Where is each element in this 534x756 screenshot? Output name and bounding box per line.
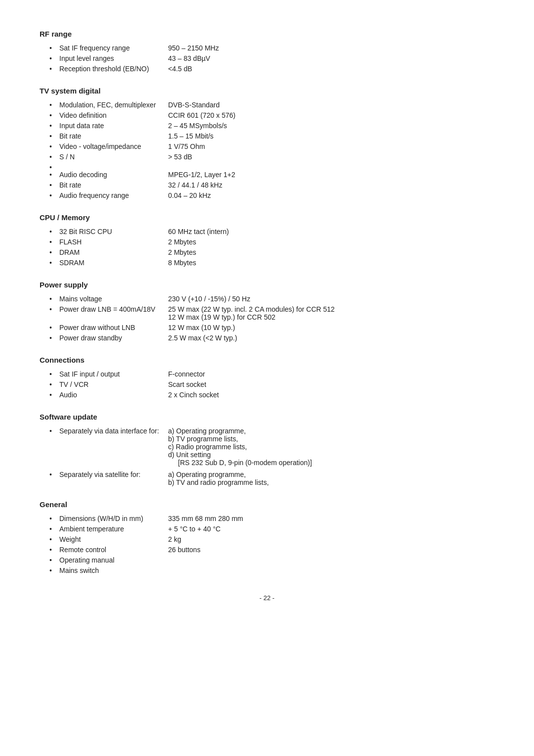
section-general: General Dimensions (W/H/D in mm) 335 mm …: [40, 500, 494, 574]
list-item: Separately via satellite for: a) Operati…: [49, 471, 494, 486]
spec-label: Video definition: [59, 111, 168, 119]
spec-label: Input data rate: [59, 122, 168, 130]
section-rf-range: RF range Sat IF frequency range 950 – 21…: [40, 30, 494, 73]
list-item: Dimensions (W/H/D in mm) 335 mm 68 mm 28…: [49, 515, 494, 522]
spec-value: <4.5 dB: [168, 65, 494, 73]
spec-label: FLASH: [59, 238, 168, 246]
list-item: SDRAM 8 Mbytes: [49, 259, 494, 267]
section-title-connections: Connections: [40, 356, 494, 364]
spec-list-power-supply: Mains voltage 230 V (+10 / -15%) / 50 Hz…: [49, 295, 494, 342]
list-item: Weight 2 kg: [49, 535, 494, 543]
list-item: TV / VCR Scart socket: [49, 380, 494, 388]
spec-value: 12 W max (10 W typ.): [168, 324, 494, 331]
spec-value: > 53 dB: [168, 153, 494, 161]
list-item: Power draw standby 2.5 W max (<2 W typ.): [49, 334, 494, 342]
spec-value: a) Operating programme, b) TV and radio …: [168, 471, 494, 486]
spec-value: 60 MHz tact (intern): [168, 228, 494, 236]
list-item: Audio 2 x Cinch socket: [49, 391, 494, 399]
spec-value: 26 buttons: [168, 546, 494, 554]
list-item: Reception threshold (EB/NO) <4.5 dB: [49, 65, 494, 73]
spec-value: 32 / 44.1 / 48 kHz: [168, 181, 494, 189]
list-item: Mains voltage 230 V (+10 / -15%) / 50 Hz: [49, 295, 494, 303]
spec-value-line2: 12 W max (19 W typ.) for CCR 502: [168, 313, 494, 321]
spec-value: 230 V (+10 / -15%) / 50 Hz: [168, 295, 494, 303]
spec-label: Sat IF input / output: [59, 370, 168, 378]
spec-value: 2.5 W max (<2 W typ.): [168, 334, 494, 342]
list-item: Bit rate 1.5 – 15 Mbit/s: [49, 132, 494, 140]
spec-value: 1.5 – 15 Mbit/s: [168, 132, 494, 140]
list-item: Remote control 26 buttons: [49, 546, 494, 554]
section-title-cpu-memory: CPU / Memory: [40, 213, 494, 222]
page-content: RF range Sat IF frequency range 950 – 21…: [40, 30, 494, 602]
spec-label: Sat IF frequency range: [59, 44, 168, 52]
spec-value: 2 x Cinch socket: [168, 391, 494, 399]
spec-value: 25 W max (22 W typ. incl. 2 CA modules) …: [168, 305, 494, 321]
list-item: Input data rate 2 – 45 MSymbols/s: [49, 122, 494, 130]
list-item: Separately via data interface for: a) Op…: [49, 427, 494, 467]
spec-label: 32 Bit RISC CPU: [59, 228, 168, 236]
spec-label: Dimensions (W/H/D in mm): [59, 515, 168, 522]
list-item: Input level ranges 43 – 83 dBµV: [49, 54, 494, 62]
spec-label: Mains switch: [59, 567, 168, 574]
list-item: 32 Bit RISC CPU 60 MHz tact (intern): [49, 228, 494, 236]
spec-label: Power draw without LNB: [59, 324, 168, 331]
spec-value: a) Operating programme, b) TV programme …: [168, 427, 494, 467]
spec-value-line-d: d) Unit setting: [168, 451, 494, 459]
spec-label: Operating manual: [59, 556, 168, 564]
spec-label: Ambient temperature: [59, 525, 168, 533]
spec-value: F-connector: [168, 370, 494, 378]
spec-value: 2 Mbytes: [168, 248, 494, 256]
list-item: Sat IF input / output F-connector: [49, 370, 494, 378]
list-item: DRAM 2 Mbytes: [49, 248, 494, 256]
section-title-software-update: Software update: [40, 413, 494, 421]
section-title-rf-range: RF range: [40, 30, 494, 38]
spec-label: Mains voltage: [59, 295, 168, 303]
spec-list-cpu-memory: 32 Bit RISC CPU 60 MHz tact (intern) FLA…: [49, 228, 494, 267]
list-item: Bit rate 32 / 44.1 / 48 kHz: [49, 181, 494, 189]
list-item: S / N > 53 dB: [49, 153, 494, 161]
spec-value: 335 mm 68 mm 280 mm: [168, 515, 494, 522]
spec-value: 1 V/75 Ohm: [168, 142, 494, 150]
spec-value-line-b: b) TV programme lists,: [168, 435, 494, 443]
spec-list-tv-system: Modulation, FEC, demultiplexer DVB-S-Sta…: [49, 101, 494, 199]
spec-value: 43 – 83 dBµV: [168, 54, 494, 62]
spec-list-connections: Sat IF input / output F-connector TV / V…: [49, 370, 494, 399]
spec-list-software-update: Separately via data interface for: a) Op…: [49, 427, 494, 486]
spec-label: Weight: [59, 535, 168, 543]
spec-value-line-a: a) Operating programme,: [168, 427, 494, 435]
spec-label: Audio: [59, 391, 168, 399]
spec-value-line1: 25 W max (22 W typ. incl. 2 CA modules) …: [168, 305, 494, 313]
section-connections: Connections Sat IF input / output F-conn…: [40, 356, 494, 399]
section-power-supply: Power supply Mains voltage 230 V (+10 / …: [40, 281, 494, 342]
spec-value: DVB-S-Standard: [168, 101, 494, 109]
list-item: Operating manual: [49, 556, 494, 564]
section-software-update: Software update Separately via data inte…: [40, 413, 494, 486]
list-item: Audio frequency range 0.04 – 20 kHz: [49, 191, 494, 199]
spec-label: S / N: [59, 153, 168, 161]
list-item: Power draw without LNB 12 W max (10 W ty…: [49, 324, 494, 331]
section-cpu-memory: CPU / Memory 32 Bit RISC CPU 60 MHz tact…: [40, 213, 494, 267]
spec-label: DRAM: [59, 248, 168, 256]
list-item: Video - voltage/impedance 1 V/75 Ohm: [49, 142, 494, 150]
list-item: Audio decoding MPEG-1/2, Layer 1+2: [49, 171, 494, 179]
spec-value: 950 – 2150 MHz: [168, 44, 494, 52]
spec-label: SDRAM: [59, 259, 168, 267]
spec-label: Audio frequency range: [59, 191, 168, 199]
list-item: Power draw LNB = 400mA/18V 25 W max (22 …: [49, 305, 494, 321]
list-item: Ambient temperature + 5 °C to + 40 °C: [49, 525, 494, 533]
list-item: Video definition CCIR 601 (720 x 576): [49, 111, 494, 119]
spec-value-line-c: c) Radio programme lists,: [168, 443, 494, 451]
spec-value: + 5 °C to + 40 °C: [168, 525, 494, 533]
list-item: Mains switch: [49, 567, 494, 574]
spec-value-sat-b: b) TV and radio programme lists,: [168, 478, 494, 486]
section-title-tv-system: TV system digital: [40, 87, 494, 95]
list-item-spacer: [49, 163, 494, 168]
spec-label: Separately via data interface for:: [59, 427, 168, 435]
spec-value: Scart socket: [168, 380, 494, 388]
spec-label: Power draw LNB = 400mA/18V: [59, 305, 168, 313]
section-tv-system: TV system digital Modulation, FEC, demul…: [40, 87, 494, 199]
spec-label: Modulation, FEC, demultiplexer: [59, 101, 168, 109]
spec-value: 2 kg: [168, 535, 494, 543]
spec-label: Input level ranges: [59, 54, 168, 62]
spec-label: Separately via satellite for:: [59, 471, 168, 478]
